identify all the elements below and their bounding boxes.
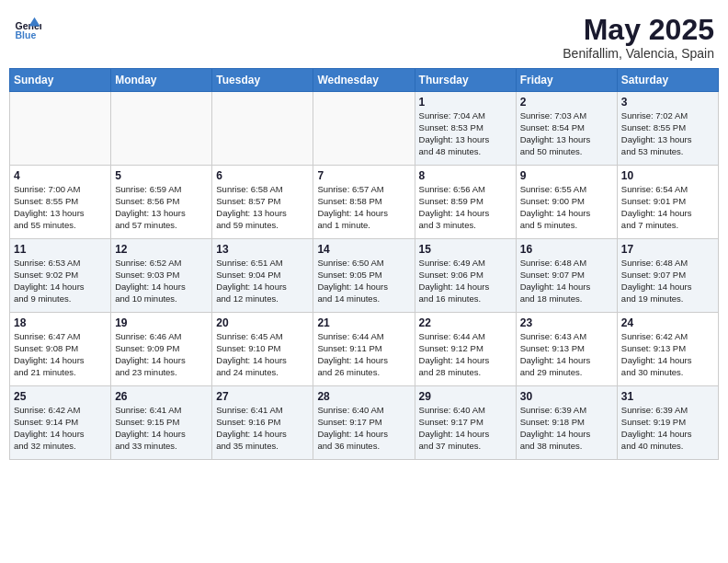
day-info: Sunrise: 6:50 AM Sunset: 9:05 PM Dayligh… [317,258,410,304]
day-number: 13 [216,243,309,256]
day-info: Sunrise: 7:04 AM Sunset: 8:53 PM Dayligh… [419,110,512,157]
day-info: Sunrise: 6:52 AM Sunset: 9:03 PM Dayligh… [115,258,208,304]
weekday-header-monday: Monday [111,69,212,92]
day-cell: 23Sunrise: 6:43 AM Sunset: 9:13 PM Dayli… [516,313,617,386]
weekday-header-saturday: Saturday [617,69,718,92]
weekday-header-tuesday: Tuesday [212,69,313,92]
day-info: Sunrise: 6:42 AM Sunset: 9:14 PM Dayligh… [14,405,107,452]
day-cell: 27Sunrise: 6:41 AM Sunset: 9:16 PM Dayli… [212,386,313,460]
day-number: 11 [14,243,107,256]
weekday-header-friday: Friday [516,69,617,92]
day-info: Sunrise: 6:44 AM Sunset: 9:12 PM Dayligh… [419,331,512,378]
day-cell: 8Sunrise: 6:56 AM Sunset: 8:59 PM Daylig… [415,166,516,239]
day-number: 20 [216,316,309,329]
day-number: 12 [115,243,208,256]
day-cell: 14Sunrise: 6:50 AM Sunset: 9:05 PM Dayli… [313,239,415,313]
day-number: 23 [520,316,613,329]
day-info: Sunrise: 6:40 AM Sunset: 9:17 PM Dayligh… [419,405,512,452]
day-info: Sunrise: 6:40 AM Sunset: 9:17 PM Dayligh… [317,405,410,452]
day-cell [111,92,212,166]
day-cell: 15Sunrise: 6:49 AM Sunset: 9:06 PM Dayli… [415,239,516,313]
weekday-header-sunday: Sunday [10,69,111,92]
day-number: 10 [621,169,714,182]
day-number: 16 [520,243,613,256]
day-number: 27 [216,390,309,403]
day-number: 3 [621,96,714,109]
weekday-header-row: SundayMondayTuesdayWednesdayThursdayFrid… [10,69,719,92]
day-info: Sunrise: 6:56 AM Sunset: 8:59 PM Dayligh… [419,184,512,231]
day-info: Sunrise: 6:47 AM Sunset: 9:08 PM Dayligh… [14,331,107,378]
day-info: Sunrise: 6:48 AM Sunset: 9:07 PM Dayligh… [621,258,714,304]
day-number: 29 [419,390,512,403]
week-row-1: 1Sunrise: 7:04 AM Sunset: 8:53 PM Daylig… [10,92,719,166]
day-number: 21 [317,316,410,329]
day-cell: 4Sunrise: 7:00 AM Sunset: 8:55 PM Daylig… [10,166,111,239]
day-number: 26 [115,390,208,403]
day-number: 17 [621,243,714,256]
day-cell [212,92,313,166]
location-subtitle: Benifallim, Valencia, Spain [563,46,714,61]
day-cell: 10Sunrise: 6:54 AM Sunset: 9:01 PM Dayli… [617,166,718,239]
day-cell [313,92,415,166]
day-number: 15 [419,243,512,256]
day-cell: 11Sunrise: 6:53 AM Sunset: 9:02 PM Dayli… [10,239,111,313]
day-info: Sunrise: 6:45 AM Sunset: 9:10 PM Dayligh… [216,331,309,378]
day-info: Sunrise: 6:58 AM Sunset: 8:57 PM Dayligh… [216,184,309,231]
day-cell: 1Sunrise: 7:04 AM Sunset: 8:53 PM Daylig… [415,92,516,166]
day-info: Sunrise: 6:51 AM Sunset: 9:04 PM Dayligh… [216,258,309,304]
day-cell: 22Sunrise: 6:44 AM Sunset: 9:12 PM Dayli… [415,313,516,386]
week-row-3: 11Sunrise: 6:53 AM Sunset: 9:02 PM Dayli… [10,239,719,313]
day-cell: 29Sunrise: 6:40 AM Sunset: 9:17 PM Dayli… [415,386,516,460]
day-number: 19 [115,316,208,329]
day-info: Sunrise: 7:03 AM Sunset: 8:54 PM Dayligh… [520,110,613,157]
day-cell: 17Sunrise: 6:48 AM Sunset: 9:07 PM Dayli… [617,239,718,313]
day-cell: 7Sunrise: 6:57 AM Sunset: 8:58 PM Daylig… [313,166,415,239]
day-cell: 28Sunrise: 6:40 AM Sunset: 9:17 PM Dayli… [313,386,415,460]
day-cell: 25Sunrise: 6:42 AM Sunset: 9:14 PM Dayli… [10,386,111,460]
day-cell: 6Sunrise: 6:58 AM Sunset: 8:57 PM Daylig… [212,166,313,239]
day-cell: 5Sunrise: 6:59 AM Sunset: 8:56 PM Daylig… [111,166,212,239]
weekday-header-wednesday: Wednesday [313,69,415,92]
logo: General Blue [14,14,41,41]
day-info: Sunrise: 6:42 AM Sunset: 9:13 PM Dayligh… [621,331,714,378]
svg-text:Blue: Blue [16,29,37,40]
day-number: 24 [621,316,714,329]
day-info: Sunrise: 7:02 AM Sunset: 8:55 PM Dayligh… [621,110,714,157]
day-cell: 19Sunrise: 6:46 AM Sunset: 9:09 PM Dayli… [111,313,212,386]
day-number: 2 [520,96,613,109]
day-info: Sunrise: 6:46 AM Sunset: 9:09 PM Dayligh… [115,331,208,378]
day-number: 1 [419,96,512,109]
day-cell: 2Sunrise: 7:03 AM Sunset: 8:54 PM Daylig… [516,92,617,166]
day-info: Sunrise: 6:43 AM Sunset: 9:13 PM Dayligh… [520,331,613,378]
day-number: 4 [14,169,107,182]
day-number: 7 [317,169,410,182]
day-cell: 30Sunrise: 6:39 AM Sunset: 9:18 PM Dayli… [516,386,617,460]
day-cell: 21Sunrise: 6:44 AM Sunset: 9:11 PM Dayli… [313,313,415,386]
day-cell: 26Sunrise: 6:41 AM Sunset: 9:15 PM Dayli… [111,386,212,460]
day-cell: 24Sunrise: 6:42 AM Sunset: 9:13 PM Dayli… [617,313,718,386]
day-cell: 20Sunrise: 6:45 AM Sunset: 9:10 PM Dayli… [212,313,313,386]
day-info: Sunrise: 6:39 AM Sunset: 9:18 PM Dayligh… [520,405,613,452]
day-info: Sunrise: 6:48 AM Sunset: 9:07 PM Dayligh… [520,258,613,304]
day-cell [10,92,111,166]
day-info: Sunrise: 6:49 AM Sunset: 9:06 PM Dayligh… [419,258,512,304]
page-header: General Blue May 2025 Benifallim, Valenc… [9,9,719,61]
day-info: Sunrise: 6:59 AM Sunset: 8:56 PM Dayligh… [115,184,208,231]
logo-icon: General Blue [14,14,41,41]
day-number: 31 [621,390,714,403]
day-number: 30 [520,390,613,403]
day-number: 5 [115,169,208,182]
day-info: Sunrise: 6:54 AM Sunset: 9:01 PM Dayligh… [621,184,714,231]
weekday-header-thursday: Thursday [415,69,516,92]
calendar-table: SundayMondayTuesdayWednesdayThursdayFrid… [9,68,719,460]
week-row-4: 18Sunrise: 6:47 AM Sunset: 9:08 PM Dayli… [10,313,719,386]
day-info: Sunrise: 6:53 AM Sunset: 9:02 PM Dayligh… [14,258,107,304]
day-number: 9 [520,169,613,182]
month-title: May 2025 [563,14,714,46]
day-cell: 3Sunrise: 7:02 AM Sunset: 8:55 PM Daylig… [617,92,718,166]
week-row-2: 4Sunrise: 7:00 AM Sunset: 8:55 PM Daylig… [10,166,719,239]
day-cell: 9Sunrise: 6:55 AM Sunset: 9:00 PM Daylig… [516,166,617,239]
day-cell: 12Sunrise: 6:52 AM Sunset: 9:03 PM Dayli… [111,239,212,313]
day-number: 25 [14,390,107,403]
day-info: Sunrise: 6:41 AM Sunset: 9:16 PM Dayligh… [216,405,309,452]
